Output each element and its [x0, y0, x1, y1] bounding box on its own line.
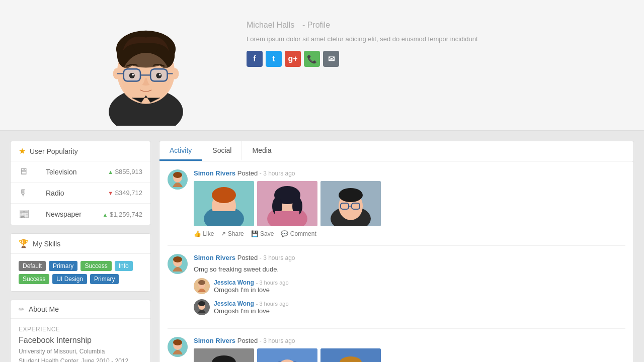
- social-icons: f t g+ 📞 ✉: [247, 51, 478, 67]
- post-avatar: [168, 169, 188, 190]
- comment-avatar: [194, 278, 210, 294]
- share-button[interactable]: ↗ Share: [221, 230, 244, 237]
- trophy-icon: 🏆: [19, 239, 29, 248]
- svg-point-54: [173, 339, 182, 345]
- post-images: [194, 348, 625, 362]
- comment-button[interactable]: 💬 Comment: [281, 230, 316, 237]
- post-header: Simon Rivers Posted - 3 hours ago: [194, 337, 625, 344]
- profile-bio: Lorem ipsum dolor sit amet ctetur adicin…: [247, 35, 478, 43]
- google-link[interactable]: g+: [285, 51, 301, 67]
- table-row: 🖥 Television ▲ $855,913: [11, 161, 150, 183]
- table-row: 🎙 Radio ▼ $349,712: [11, 183, 150, 204]
- newspaper-icon: 📰: [11, 204, 38, 225]
- phone-link[interactable]: 📞: [304, 51, 320, 67]
- about-school: University of Missouri, Columbia: [19, 347, 142, 356]
- svg-point-18: [156, 73, 162, 78]
- comment: Jessica Wong - 3 hours ago Omgosh I'm in…: [194, 299, 625, 315]
- skills-card-header: 🏆 My Skills: [11, 234, 150, 254]
- popularity-value: ▲ $1,259,742: [92, 204, 150, 225]
- post-image: [194, 181, 254, 226]
- like-button[interactable]: 👍 Like: [194, 230, 214, 237]
- about-title: About Me: [29, 305, 59, 313]
- post-time: - 3 hours ago: [260, 170, 295, 177]
- svg-point-19: [132, 74, 134, 76]
- svg-point-48: [198, 280, 205, 285]
- tab-content: Simon Rivers Posted - 3 hours ago: [159, 161, 634, 362]
- skills-area: Default Primary Success Info Success UI …: [11, 254, 150, 291]
- profile-name: Michael Halls - Profile: [247, 15, 478, 31]
- svg-point-17: [129, 73, 135, 78]
- profile-avatar-svg: [86, 5, 206, 126]
- post-images: [194, 181, 625, 226]
- post-action: Posted: [237, 169, 258, 177]
- facebook-link[interactable]: f: [247, 51, 263, 67]
- comment-body: Jessica Wong - 3 hours ago Omgosh I'm in…: [214, 278, 625, 294]
- post-body: Simon Rivers Posted - 3 hours ago: [194, 337, 625, 362]
- trend-up-icon: ▲: [102, 212, 108, 218]
- main-content: ★ User Popularity 🖥 Television ▲ $855,91…: [0, 131, 644, 362]
- skill-badge: Primary: [49, 261, 77, 271]
- comment-text: Omgosh I'm in love: [214, 307, 625, 315]
- popularity-amount: $1,259,742: [110, 211, 142, 218]
- tab-media[interactable]: Media: [242, 141, 282, 161]
- post-image: [320, 181, 381, 226]
- svg-rect-35: [275, 211, 299, 221]
- post-action: Posted: [237, 337, 258, 344]
- trend-up-icon: ▲: [108, 169, 113, 175]
- radio-icon: 🎙: [11, 183, 38, 204]
- tabs: Activity Social Media: [159, 141, 634, 161]
- save-button[interactable]: 💾 Save: [251, 230, 274, 237]
- comment-body: Jessica Wong - 3 hours ago Omgosh I'm in…: [214, 299, 625, 315]
- popularity-card-header: ★ User Popularity: [11, 141, 150, 161]
- job-title: Facebook Internship: [19, 336, 142, 345]
- popularity-label: Television: [38, 161, 92, 183]
- comment: Jessica Wong - 3 hours ago Omgosh I'm in…: [194, 278, 625, 294]
- sidebar: ★ User Popularity 🖥 Television ▲ $855,91…: [10, 141, 151, 362]
- profile-avatar-area: [75, 0, 216, 131]
- popularity-label: Radio: [38, 183, 92, 204]
- popularity-value: ▼ $349,712: [92, 183, 150, 204]
- svg-point-39: [339, 188, 363, 202]
- svg-point-45: [173, 256, 182, 262]
- post-action: Posted: [237, 254, 258, 261]
- post-image: [257, 348, 317, 362]
- activity-panel: Activity Social Media Simon Rivers: [159, 141, 634, 362]
- about-card-header: ✏ About Me: [11, 300, 150, 319]
- about-detail: Student Health Center, June 2010 - 2012: [19, 356, 142, 362]
- activity-post: Simon Rivers Posted - 3 hours ago Omg so…: [168, 254, 625, 329]
- experience-label: Experience: [19, 326, 142, 333]
- post-username: Simon Rivers: [194, 254, 235, 261]
- comment-avatar: [194, 299, 210, 315]
- post-username: Simon Rivers: [194, 169, 235, 177]
- comment-text: Omgosh I'm in love: [214, 286, 625, 294]
- skills-card: 🏆 My Skills Default Primary Success Info…: [10, 233, 151, 292]
- svg-rect-28: [212, 211, 236, 221]
- post-image: [320, 348, 381, 362]
- post-image: [194, 348, 254, 362]
- svg-point-51: [198, 301, 205, 306]
- twitter-link[interactable]: t: [266, 51, 282, 67]
- skill-badge: Info: [115, 261, 133, 271]
- popularity-value: ▲ $855,913: [92, 161, 150, 183]
- svg-point-20: [159, 74, 161, 76]
- about-area: Experience Facebook Internship Universit…: [11, 319, 150, 362]
- comment-time: - 3 hours ago: [256, 280, 289, 286]
- tab-activity[interactable]: Activity: [159, 141, 202, 161]
- skill-badge: Primary: [90, 274, 119, 284]
- post-avatar: [168, 337, 188, 357]
- skill-badge: Success: [80, 261, 111, 271]
- post-header: Simon Rivers Posted - 3 hours ago: [194, 254, 625, 261]
- profile-header: Michael Halls - Profile Lorem ipsum dolo…: [0, 0, 644, 131]
- skill-badge: Success: [19, 274, 49, 284]
- post-time: - 3 hours ago: [260, 254, 295, 261]
- post-header: Simon Rivers Posted - 3 hours ago: [194, 169, 625, 177]
- comment-time: - 3 hours ago: [256, 301, 289, 307]
- tab-social[interactable]: Social: [202, 141, 242, 161]
- svg-point-23: [173, 172, 182, 178]
- comment-username: Jessica Wong: [214, 300, 254, 307]
- popularity-label: Newspaper: [38, 204, 92, 225]
- tv-icon: 🖥: [11, 161, 38, 183]
- star-icon: ★: [19, 146, 26, 156]
- activity-post: Simon Rivers Posted - 3 hours ago: [168, 169, 625, 246]
- email-link[interactable]: ✉: [323, 51, 339, 67]
